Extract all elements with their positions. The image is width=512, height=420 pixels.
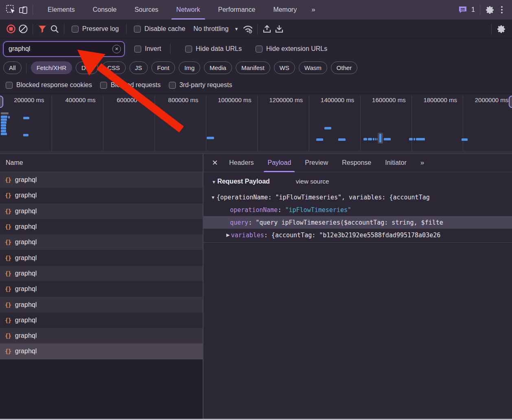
filter-chip-wasm[interactable]: Wasm — [299, 61, 327, 74]
table-row[interactable]: {}graphql — [0, 313, 203, 328]
table-row[interactable]: {}graphql — [0, 281, 203, 297]
overview-left-grip[interactable] — [0, 96, 3, 108]
payload-code-line[interactable]: ▶ variables: {accountTag: "b12e3b2192ee5… — [203, 229, 512, 241]
details-tab-payload[interactable]: Payload — [260, 154, 298, 172]
checkbox[interactable] — [100, 82, 107, 89]
network-conditions-icon[interactable] — [242, 23, 254, 35]
tab-sources[interactable]: Sources — [125, 0, 167, 20]
request-type-filters: AllFetch/XHRDocCSSJSFontImgMediaManifest… — [0, 59, 512, 77]
table-row[interactable]: {}graphql — [0, 234, 203, 250]
filter-chip-manifest[interactable]: Manifest — [236, 61, 270, 74]
filter-chip-font[interactable]: Font — [151, 61, 175, 74]
table-row[interactable]: {}graphql — [0, 219, 203, 234]
clear-filter-icon[interactable]: ✕ — [112, 45, 121, 53]
inspect-element-icon[interactable] — [5, 4, 17, 16]
filter-icon[interactable] — [36, 23, 48, 35]
disclosure-triangle-icon[interactable]: ▼ — [211, 195, 217, 200]
table-row[interactable]: {}graphql — [0, 297, 203, 312]
table-row[interactable]: {}graphql — [0, 266, 203, 281]
import-har-icon[interactable] — [261, 23, 273, 35]
checkbox[interactable] — [72, 26, 79, 33]
checkbox[interactable] — [185, 46, 192, 52]
filter-flags-row: Blocked response cookiesBlocked requests… — [0, 77, 512, 94]
details-tab-[interactable]: » — [414, 154, 430, 172]
details-tab-preview[interactable]: Preview — [298, 154, 335, 172]
filter-chip-other[interactable]: Other — [331, 61, 358, 74]
request-name: graphql — [15, 270, 37, 277]
timeline-tick-label: 1800000 ms — [423, 96, 457, 103]
filter-chip-ws[interactable]: WS — [274, 61, 295, 74]
preserve-log-checkbox[interactable]: Preserve log — [72, 25, 119, 33]
device-toolbar-icon[interactable] — [17, 4, 29, 16]
tab-console[interactable]: Console — [84, 0, 126, 20]
view-source-link[interactable]: view source — [296, 178, 329, 185]
payload-code-line[interactable]: operationName: "ipFlowTimeseries" — [203, 203, 512, 216]
tab-elements[interactable]: Elements — [39, 0, 84, 20]
network-overview-timeline[interactable]: 200000 ms400000 ms600000 ms800000 ms1000… — [0, 94, 512, 154]
invert-checkbox[interactable]: Invert — [134, 45, 161, 52]
more-options-icon[interactable] — [496, 4, 508, 16]
search-icon[interactable] — [48, 23, 61, 35]
checkbox[interactable] — [134, 26, 141, 33]
filter-chip-css[interactable]: CSS — [102, 61, 126, 74]
checkbox[interactable] — [256, 46, 263, 52]
settings-gear-icon[interactable] — [484, 4, 496, 16]
details-tab-response[interactable]: Response — [335, 154, 378, 172]
table-row[interactable]: {}graphql — [0, 203, 203, 219]
collapse-triangle-icon[interactable]: ▼ — [212, 179, 216, 184]
timeline-tick-label: 800000 ms — [168, 96, 198, 103]
filter-chip-all[interactable]: All — [3, 61, 22, 74]
request-payload-header[interactable]: ▼ Request Payload view source — [203, 178, 512, 191]
issues-icon[interactable] — [457, 4, 469, 16]
checkbox[interactable] — [6, 82, 13, 89]
record-network-log-icon[interactable] — [5, 23, 17, 35]
hide-extension-urls-checkbox[interactable]: Hide extension URLs — [256, 45, 327, 52]
network-settings-gear-icon[interactable] — [495, 23, 507, 35]
name-column-header[interactable]: Name — [0, 154, 203, 172]
payload-code-line[interactable]: query: "query ipFlowTimeseries($accountT… — [203, 216, 512, 229]
filter-input-box[interactable]: ✕ — [3, 42, 125, 57]
payload-code-line[interactable]: ▼ {operationName: "ipFlowTimeseries", va… — [203, 191, 512, 203]
timeline-tick-label: 400000 ms — [65, 96, 95, 103]
checkbox[interactable] — [169, 82, 176, 89]
filter-chip-fetchxhr[interactable]: Fetch/XHR — [31, 61, 72, 74]
table-row[interactable]: {}graphql — [0, 343, 203, 359]
flag-checkbox-blocked-requests[interactable]: Blocked requests — [100, 81, 161, 89]
payload-separator — [203, 242, 512, 243]
overview-right-grip[interactable] — [509, 96, 512, 108]
checkbox[interactable] — [134, 46, 141, 52]
timeline-tick-label: 2000000 ms — [475, 96, 509, 103]
tab-memory[interactable]: Memory — [264, 0, 306, 20]
filter-chip-media[interactable]: Media — [204, 61, 232, 74]
table-row[interactable]: {}graphql — [0, 250, 203, 265]
request-waterfall-bar — [414, 138, 415, 140]
flag-checkbox-blocked-response-cookies[interactable]: Blocked response cookies — [6, 81, 92, 89]
flag-checkbox-3rd-party-requests[interactable]: 3rd-party requests — [169, 81, 232, 89]
table-row[interactable]: {}graphql — [0, 188, 203, 203]
json-icon: {} — [5, 223, 11, 230]
tab-[interactable]: » — [306, 0, 320, 20]
selected-request-marker — [378, 133, 383, 144]
tab-performance[interactable]: Performance — [209, 0, 265, 20]
details-tab-headers[interactable]: Headers — [222, 154, 260, 172]
filter-chip-js[interactable]: JS — [129, 61, 148, 74]
disable-cache-checkbox[interactable]: Disable cache — [134, 25, 186, 33]
timeline-gridline — [360, 96, 361, 151]
export-har-icon[interactable] — [273, 23, 285, 35]
request-waterfall-bar — [1, 127, 6, 129]
filter-chip-doc[interactable]: Doc — [76, 61, 98, 74]
request-details-panel: ✕ HeadersPayloadPreviewResponseInitiator… — [203, 154, 512, 419]
divider — [64, 24, 64, 34]
disclosure-triangle-icon[interactable]: ▶ — [226, 232, 231, 238]
details-tab-initiator[interactable]: Initiator — [378, 154, 413, 172]
filter-input[interactable] — [9, 45, 112, 52]
clear-network-log-icon[interactable] — [17, 23, 29, 35]
json-icon: {} — [5, 270, 11, 277]
table-row[interactable]: {}graphql — [0, 172, 203, 188]
filter-chip-img[interactable]: Img — [179, 61, 200, 74]
hide-data-urls-checkbox[interactable]: Hide data URLs — [185, 45, 242, 52]
close-details-icon[interactable]: ✕ — [208, 155, 222, 170]
tab-network[interactable]: Network — [167, 0, 209, 20]
throttling-select[interactable]: No throttling ▼ — [193, 25, 238, 33]
table-row[interactable]: {}graphql — [0, 328, 203, 343]
